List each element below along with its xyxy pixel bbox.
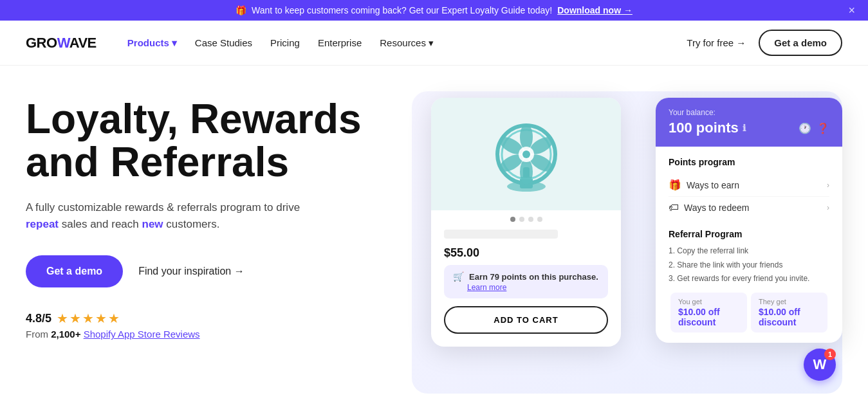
try-free-link[interactable]: Try for free →: [687, 37, 746, 48]
loyalty-body: Points program 🎁 Ways to earn › 🏷 Wa: [656, 147, 842, 343]
they-get-box: They get $10.00 off discount: [751, 293, 827, 332]
question-icon[interactable]: ❓: [817, 122, 829, 134]
chevron-down-icon: ▾: [172, 37, 177, 49]
history-icon[interactable]: 🕐: [799, 122, 811, 134]
loyalty-header: Your balance: 100 points ℹ 🕐 ❓: [656, 98, 842, 147]
nav-links: Products ▾ Case Studies Pricing Enterpri…: [127, 37, 667, 49]
banner-link[interactable]: Download now →: [557, 5, 633, 15]
ways-to-redeem-label: Ways to redeem: [684, 203, 749, 213]
chevron-down-icon: ▾: [429, 37, 434, 49]
loyalty-points: 100 points ℹ: [669, 120, 746, 136]
points-program-title: Points program: [669, 157, 829, 167]
add-to-cart-button[interactable]: ADD TO CART: [444, 306, 608, 334]
earn-points-row: 🛒 Earn 79 points on this purchase.: [453, 271, 599, 282]
banner-close[interactable]: ×: [848, 4, 855, 17]
banner-text: Want to keep customers coming back? Get …: [252, 5, 552, 15]
ways-to-redeem-item[interactable]: 🏷 Ways to redeem ›: [669, 197, 829, 219]
earn-points-box: 🛒 Earn 79 points on this purchase. Learn…: [444, 265, 608, 298]
review-count: 2,100+: [51, 329, 80, 340]
referral-steps: 1. Copy the referral link 2. Share the l…: [669, 244, 829, 286]
loyalty-header-icons: 🕐 ❓: [799, 122, 829, 134]
balance-label: Your balance:: [669, 108, 829, 117]
highlight-repeat: repeat: [26, 218, 59, 230]
you-get-box: You get $10.00 off discount: [670, 293, 747, 332]
find-inspiration-button[interactable]: Find your inspiration →: [138, 266, 245, 277]
rating-section: 4.8/5 ★★★★★ From 2,100+ Shopify App Stor…: [26, 311, 399, 340]
you-get-label: You get: [678, 298, 739, 305]
banner-icon: 🎁: [235, 5, 246, 15]
dot-1: [510, 217, 515, 222]
nav-actions: Try for free → Get a demo: [687, 30, 842, 56]
hero-title: Loyalty, Rewards and Referrals: [26, 98, 399, 184]
product-dots: [431, 210, 621, 224]
svg-point-12: [522, 150, 530, 158]
hero-section: Loyalty, Rewards and Referrals A fully c…: [0, 66, 868, 406]
svg-point-5: [520, 124, 533, 150]
points-program-section: Points program 🎁 Ways to earn › 🏷 Wa: [669, 157, 829, 219]
get-demo-hero-button[interactable]: Get a demo: [26, 255, 123, 287]
nav-products[interactable]: Products ▾: [127, 37, 177, 49]
they-get-label: They get: [759, 298, 820, 305]
loyalty-points-row: 100 points ℹ 🕐 ❓: [669, 120, 829, 136]
referral-title: Referral Program: [669, 229, 829, 239]
nav-pricing[interactable]: Pricing: [270, 37, 300, 48]
learn-more-link[interactable]: Learn more: [467, 283, 599, 292]
loyalty-panel: Your balance: 100 points ℹ 🕐 ❓: [656, 98, 842, 343]
logo[interactable]: GROWAVE: [26, 35, 97, 51]
nav-resources[interactable]: Resources ▾: [380, 37, 434, 49]
hero-ctas: Get a demo Find your inspiration →: [26, 255, 399, 287]
info-icon: ℹ: [743, 123, 746, 133]
hero-subtitle: A fully customizable rewards & referrals…: [26, 199, 309, 232]
product-title-bar: [444, 230, 558, 239]
product-image-area: [431, 98, 621, 210]
top-banner: 🎁 Want to keep customers coming back? Ge…: [0, 0, 868, 21]
chevron-right-icon-2: ›: [827, 203, 829, 212]
product-card: $55.00 🛒 Earn 79 points on this purchase…: [431, 98, 621, 347]
highlight-new: new: [142, 218, 163, 230]
notification-badge: 1: [824, 349, 836, 360]
w-chat-badge[interactable]: W 1: [804, 349, 836, 381]
discount-row: You get $10.00 off discount They get $10…: [669, 293, 829, 332]
rating-score: 4.8/5: [26, 312, 51, 325]
you-get-amount: $10.00 off discount: [678, 307, 739, 327]
they-get-amount: $10.00 off discount: [759, 307, 820, 327]
shopify-reviews-link[interactable]: Shopify App Store Reviews: [84, 329, 200, 340]
hero-right: $55.00 🛒 Earn 79 points on this purchase…: [399, 91, 842, 394]
ways-to-earn-label: Ways to earn: [687, 180, 739, 190]
nav-enterprise[interactable]: Enterprise: [318, 37, 362, 48]
product-fan-image: [485, 113, 568, 196]
ways-to-earn-item[interactable]: 🎁 Ways to earn ›: [669, 174, 829, 197]
dot-3: [528, 217, 533, 222]
dot-2: [519, 217, 524, 222]
earn-icon: 🎁: [669, 179, 681, 191]
nav-case-studies[interactable]: Case Studies: [195, 37, 252, 48]
redeem-icon: 🏷: [669, 202, 679, 214]
earn-points-text: Earn 79 points on this purchase.: [469, 272, 598, 282]
hero-left: Loyalty, Rewards and Referrals A fully c…: [26, 91, 399, 340]
chevron-right-icon: ›: [827, 181, 829, 190]
rating-text: From 2,100+ Shopify App Store Reviews: [26, 329, 399, 340]
cart-icon: 🛒: [453, 271, 464, 282]
stars-row: 4.8/5 ★★★★★: [26, 311, 399, 326]
navbar: GROWAVE Products ▾ Case Studies Pricing …: [0, 21, 868, 66]
svg-point-8: [520, 159, 533, 185]
get-demo-button[interactable]: Get a demo: [759, 30, 842, 56]
star-icons: ★★★★★: [57, 311, 121, 326]
product-price: $55.00: [431, 242, 621, 265]
dot-4: [537, 217, 542, 222]
referral-section: Referral Program 1. Copy the referral li…: [669, 229, 829, 332]
